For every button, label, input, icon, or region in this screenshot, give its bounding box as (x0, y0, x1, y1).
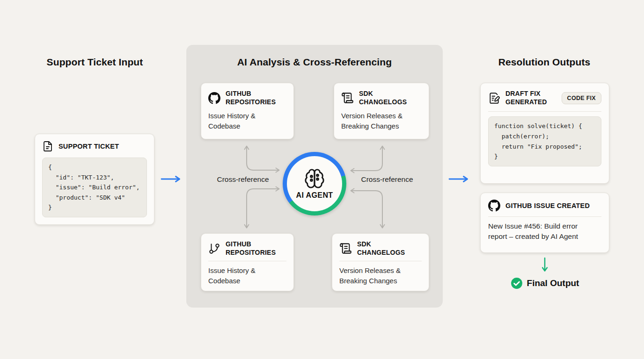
source-card-sdk-changelogs-top: SDK CHANGELOGS Version Releases & Breaki… (334, 83, 429, 139)
analysis-panel-title: AI Analysis & Cross-Referencing (186, 57, 443, 68)
brain-icon (304, 168, 325, 189)
file-text-icon (42, 141, 53, 152)
source-card-title: GITHUB REPOSITORIES (226, 240, 286, 257)
github-issue-body: New Issue #456: Build error report – cre… (488, 221, 598, 242)
support-ticket-card: SUPPORT TICKET { "id": "TKT-123", "issue… (35, 134, 154, 225)
source-card-body: Version Releases & Breaking Changes (341, 111, 422, 131)
cross-reference-label-left: Cross-reference (208, 175, 278, 184)
support-ticket-title: SUPPORT TICKET (59, 142, 119, 151)
github-issue-card: GITHUB ISSUE CREATED New Issue #456: Bui… (480, 193, 609, 253)
support-ticket-code: { "id": "TKT-123", "issue": "Build error… (42, 158, 147, 217)
github-icon (208, 92, 220, 104)
draft-fix-code: function solve(ticket) { patch(error); r… (488, 116, 601, 166)
outputs-column-title: Resolution Outputs (476, 57, 612, 68)
source-card-title: SDK CHANGELOGS (359, 90, 413, 106)
card-divider (488, 111, 601, 112)
source-card-body: Issue History & Codebase (208, 266, 283, 286)
card-divider (339, 261, 422, 261)
source-card-title: SDK CHANGELOGS (357, 240, 411, 257)
scroll-icon (341, 92, 354, 104)
ai-agent-node: AI AGENT (283, 152, 346, 215)
git-branch-icon (208, 243, 220, 255)
workflow-diagram: Support Ticket Input AI Analysis & Cross… (0, 0, 644, 359)
source-card-sdk-changelogs-bottom: SDK CHANGELOGS Version Releases & Breaki… (332, 233, 429, 291)
ai-agent-label: AI AGENT (296, 191, 333, 200)
scroll-icon (339, 242, 352, 255)
file-pen-icon (488, 92, 500, 104)
draft-fix-card: DRAFT FIX GENERATED CODE FIX function so… (480, 83, 609, 184)
card-divider (208, 261, 286, 261)
code-fix-badge: CODE FIX (562, 92, 601, 104)
draft-fix-title: DRAFT FIX GENERATED (505, 90, 556, 106)
source-card-body: Version Releases & Breaking Changes (339, 266, 421, 286)
card-divider (488, 216, 601, 217)
final-output-label: Final Output (527, 278, 579, 288)
github-issue-title: GITHUB ISSUE CREATED (505, 201, 590, 210)
input-column-title: Support Ticket Input (28, 57, 161, 68)
source-card-github-repositories-bottom: GITHUB REPOSITORIES Issue History & Code… (201, 233, 294, 291)
source-card-github-repositories-top: GITHUB REPOSITORIES Issue History & Code… (201, 83, 294, 139)
source-card-title: GITHUB REPOSITORIES (226, 90, 286, 106)
source-card-body: Issue History & Codebase (208, 111, 283, 131)
final-output: Final Output (480, 277, 609, 289)
github-icon (488, 200, 500, 212)
check-circle-icon (511, 277, 523, 289)
cross-reference-label-right: Cross-reference (352, 175, 422, 184)
